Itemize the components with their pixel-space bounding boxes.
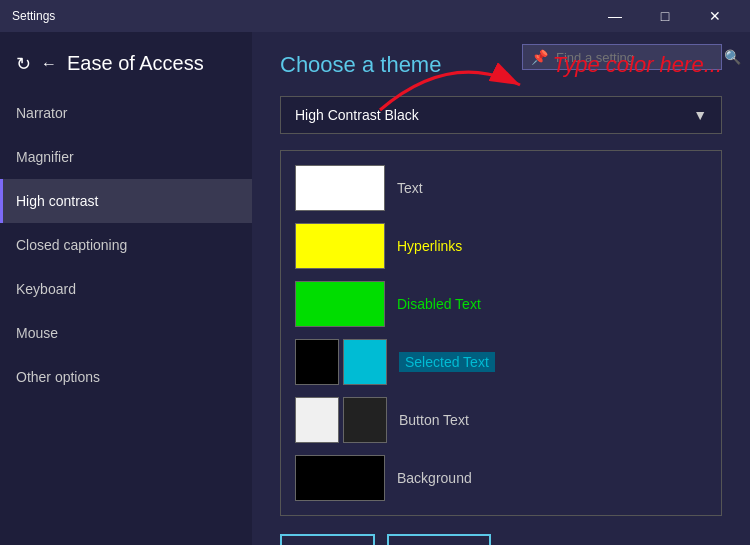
swatch-selected-fg[interactable] xyxy=(343,339,387,385)
swatch-background-color[interactable] xyxy=(295,455,385,501)
sidebar-item-narrator[interactable]: Narrator xyxy=(0,91,252,135)
swatch-hyperlinks-label: Hyperlinks xyxy=(397,238,462,254)
app-title: Settings xyxy=(12,9,55,23)
swatch-row-text: Text xyxy=(295,165,707,211)
swatch-selected-bg[interactable] xyxy=(295,339,339,385)
choose-theme-label: Choose a theme xyxy=(280,52,441,78)
sidebar-item-other-options[interactable]: Other options xyxy=(0,355,252,399)
close-button[interactable]: ✕ xyxy=(692,0,738,32)
refresh-icon[interactable]: ↻ xyxy=(16,53,31,75)
cancel-button[interactable]: Cancel xyxy=(387,534,491,545)
title-bar: Settings — □ ✕ xyxy=(0,0,750,32)
swatch-button-label: Button Text xyxy=(399,412,469,428)
swatch-text-label: Text xyxy=(397,180,423,196)
swatch-button-fg[interactable] xyxy=(343,397,387,443)
swatch-button-pair xyxy=(295,397,387,443)
button-row: Apply Cancel xyxy=(280,534,722,545)
minimize-button[interactable]: — xyxy=(592,0,638,32)
type-color-hint: Type color here... xyxy=(552,52,722,78)
swatches-panel: Text Hyperlinks Disabled Text Selected T… xyxy=(280,150,722,516)
swatch-row-disabled-text: Disabled Text xyxy=(295,281,707,327)
swatch-hyperlinks-color[interactable] xyxy=(295,223,385,269)
swatch-background-label: Background xyxy=(397,470,472,486)
sidebar-item-mouse[interactable]: Mouse xyxy=(0,311,252,355)
sidebar-item-closed-captioning[interactable]: Closed captioning xyxy=(0,223,252,267)
search-icon: 🔍 xyxy=(724,49,741,65)
swatch-disabled-color[interactable] xyxy=(295,281,385,327)
sidebar-item-magnifier[interactable]: Magnifier xyxy=(0,135,252,179)
sidebar: ↻ ← Ease of Access Narrator Magnifier Hi… xyxy=(0,32,252,545)
theme-dropdown[interactable]: High Contrast Black ▼ xyxy=(280,96,722,134)
swatch-row-button-text: Button Text xyxy=(295,397,707,443)
swatch-row-hyperlinks: Hyperlinks xyxy=(295,223,707,269)
app-container: ↻ ← Ease of Access Narrator Magnifier Hi… xyxy=(0,32,750,545)
sidebar-title: Ease of Access xyxy=(67,52,204,75)
title-bar-left: Settings xyxy=(12,9,55,23)
swatch-row-selected-text: Selected Text xyxy=(295,339,707,385)
swatch-text-color[interactable] xyxy=(295,165,385,211)
sidebar-item-high-contrast[interactable]: High contrast xyxy=(0,179,252,223)
sidebar-header: ↻ ← Ease of Access xyxy=(0,40,252,91)
maximize-button[interactable]: □ xyxy=(642,0,688,32)
swatch-row-background: Background xyxy=(295,455,707,501)
apply-button[interactable]: Apply xyxy=(280,534,375,545)
back-button[interactable]: ← xyxy=(41,55,57,73)
theme-selected-label: High Contrast Black xyxy=(295,107,419,123)
content-area: 📌 🔍 Choose a theme Type color here... Hi… xyxy=(252,32,750,545)
swatch-selected-label: Selected Text xyxy=(399,352,495,372)
swatch-button-bg[interactable] xyxy=(295,397,339,443)
sidebar-item-keyboard[interactable]: Keyboard xyxy=(0,267,252,311)
chevron-down-icon: ▼ xyxy=(693,107,707,123)
content-topbar: Choose a theme Type color here... xyxy=(280,52,722,78)
pin-icon: 📌 xyxy=(531,49,548,65)
swatch-selected-pair xyxy=(295,339,387,385)
title-bar-controls: — □ ✕ xyxy=(592,0,738,32)
swatch-disabled-label: Disabled Text xyxy=(397,296,481,312)
